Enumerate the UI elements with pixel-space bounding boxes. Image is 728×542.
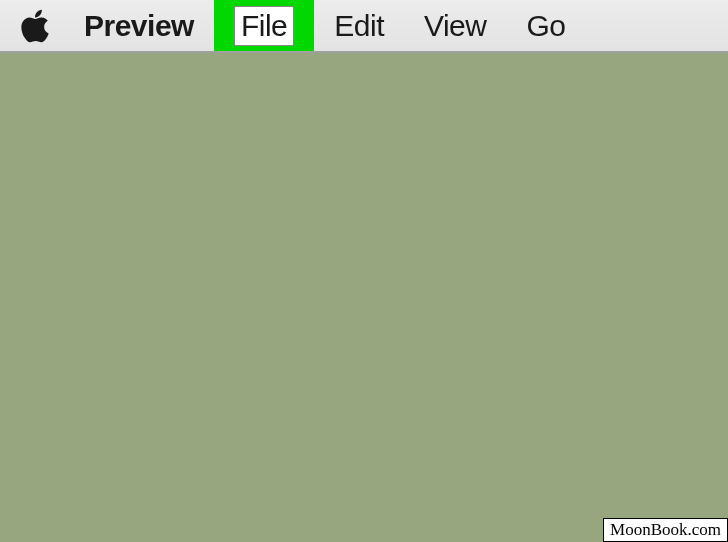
menu-edit[interactable]: Edit — [314, 0, 404, 51]
menubar: Preview File Edit View Go — [0, 0, 728, 53]
apple-icon[interactable] — [18, 6, 64, 46]
watermark: MoonBook.com — [603, 518, 728, 542]
menu-file-label: File — [234, 6, 294, 46]
menu-view[interactable]: View — [404, 0, 506, 51]
app-name[interactable]: Preview — [64, 9, 214, 43]
desktop-area — [0, 53, 728, 542]
menu-go[interactable]: Go — [506, 0, 585, 51]
menu-file[interactable]: File — [214, 0, 314, 51]
